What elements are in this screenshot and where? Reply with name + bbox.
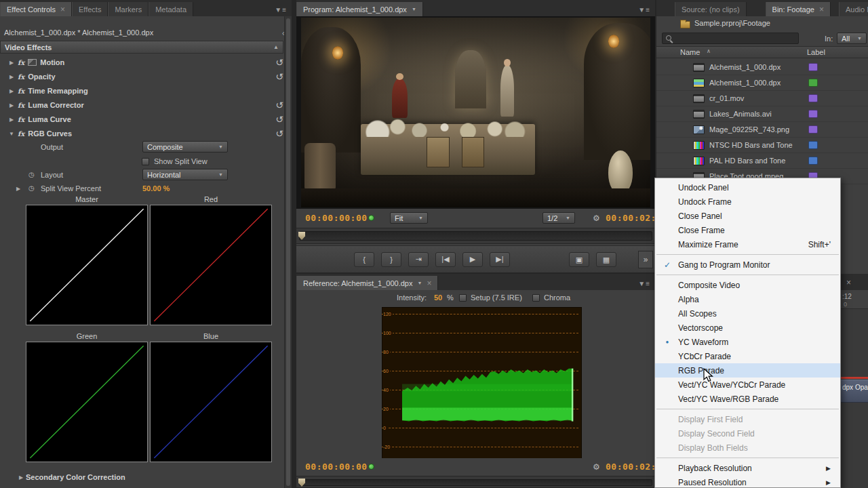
curve-graph-master[interactable] — [26, 205, 148, 325]
reset-icon[interactable]: ↺ — [275, 101, 283, 109]
label-color-chip[interactable] — [808, 110, 818, 118]
menu-item-close-panel[interactable]: Close Panel — [655, 209, 840, 223]
bin-item-row[interactable]: Lakes_Animals.avi — [656, 106, 868, 122]
chevron-down-icon[interactable]: ▼ — [417, 281, 422, 285]
menu-item-rgb-parade[interactable]: RGB Parade — [655, 363, 840, 378]
effect-row-luma-curve[interactable]: ▶ fx Luma Curve ↺ — [0, 113, 283, 126]
bin-item-row[interactable]: Alchemist_1_000.dpx — [656, 75, 868, 91]
label-color-chip[interactable] — [808, 125, 818, 134]
bin-item-name[interactable]: NTSC HD Bars and Tone — [709, 141, 793, 149]
menu-item-all-scopes[interactable]: All Scopes — [655, 306, 840, 321]
effect-row-rgb-curves[interactable]: ▼ fx RGB Curves ↺ — [0, 127, 283, 140]
scrubber-track[interactable] — [299, 231, 652, 241]
bin-item-name[interactable]: Alchemist_1_000.dpx — [709, 79, 781, 87]
menu-item-paused-resolution[interactable]: Paused Resolution ▶ — [655, 475, 840, 488]
label-color-chip[interactable] — [808, 94, 818, 102]
tab-program[interactable]: Program: Alchemist_1_000.dpx ▼ — [296, 2, 423, 16]
bin-item-row[interactable]: PAL HD Bars and Tone — [656, 153, 868, 169]
video-effects-header[interactable]: Video Effects ▲ — [0, 41, 283, 54]
close-icon[interactable]: × — [819, 6, 824, 13]
collapse-icon[interactable]: ▲ — [273, 44, 279, 50]
menu-item-composite-video[interactable]: Composite Video — [655, 278, 840, 292]
tab-source-monitor[interactable]: Source: (no clips) — [675, 2, 747, 16]
expander-icon[interactable]: ▶ — [16, 474, 26, 481]
stopwatch-icon[interactable]: ◷ — [28, 171, 35, 178]
search-input[interactable] — [662, 33, 799, 44]
menu-item-close-frame[interactable]: Close Frame — [655, 223, 840, 237]
settings-wrench-icon[interactable]: ⚙ — [593, 462, 600, 472]
expander-icon[interactable]: ▶ — [7, 117, 16, 123]
program-scrubber[interactable] — [296, 228, 655, 244]
play-in-to-out-button[interactable]: ⇥ — [408, 252, 429, 267]
label-color-chip[interactable] — [808, 157, 818, 165]
menu-item-playback-resolution[interactable]: Playback Resolution ▶ — [655, 461, 840, 475]
in-filter-dropdown[interactable]: All ▼ — [837, 33, 867, 44]
curve-graph-green[interactable] — [26, 342, 148, 462]
curve-graph-red[interactable] — [150, 205, 272, 325]
effect-controls-scrollbar[interactable] — [284, 16, 292, 488]
expander-icon[interactable]: ▶ — [7, 74, 16, 80]
more-buttons-chevron[interactable]: » — [638, 251, 653, 268]
bin-item-name[interactable]: PAL HD Bars and Tone — [709, 157, 785, 165]
column-label[interactable]: Label — [807, 48, 825, 56]
reset-icon[interactable]: ↺ — [275, 129, 283, 138]
resolution-dropdown[interactable]: 1/2 ▼ — [542, 212, 575, 224]
step-back-button[interactable]: |◀ — [435, 252, 456, 267]
bin-item-row[interactable]: Mage_09225R_743.png — [656, 122, 868, 138]
breadcrumb[interactable]: Sample.prproj\Footage — [694, 19, 770, 27]
play-button[interactable]: ▶ — [462, 252, 483, 267]
show-split-view-checkbox[interactable] — [142, 158, 149, 165]
expander-icon[interactable]: ▼ — [7, 131, 16, 137]
label-color-chip[interactable] — [808, 141, 818, 149]
scrollbar-thumb[interactable] — [286, 18, 290, 486]
panel-menu-icon[interactable]: ▼≡ — [275, 6, 292, 16]
label-color-chip[interactable] — [808, 79, 818, 87]
stopwatch-icon[interactable]: ◷ — [28, 184, 35, 192]
menu-item-vectorscope[interactable]: Vectorscope — [655, 321, 840, 335]
mark-in-button[interactable]: { — [354, 252, 374, 267]
setup-checkbox[interactable] — [459, 294, 467, 302]
expander-icon[interactable]: ▶ — [16, 186, 20, 192]
bin-item-row[interactable]: NTSC HD Bars and Tone — [656, 138, 868, 153]
sort-ascending-icon[interactable]: ∧ — [707, 48, 711, 54]
chroma-checkbox[interactable] — [532, 294, 540, 302]
menu-item-vect-yc-wave-ycbcr-parade[interactable]: Vect/YC Wave/YCbCr Parade — [655, 378, 840, 392]
step-forward-button[interactable]: ▶| — [490, 252, 510, 267]
tab-reference[interactable]: Reference: Alchemist_1_000.dpx ▼ × — [296, 276, 438, 290]
column-name[interactable]: Name — [680, 48, 700, 56]
secondary-color-correction-row[interactable]: ▶ Secondary Color Correction — [0, 470, 283, 484]
curve-graph-blue[interactable] — [150, 342, 272, 462]
bin-item-row[interactable]: cr_01.mov — [656, 91, 868, 106]
menu-item-yc-waveform[interactable]: ● YC Waveform — [655, 335, 840, 349]
split-view-percent-value[interactable]: 50.00 % — [142, 184, 170, 192]
bin-item-name[interactable]: cr_01.mov — [709, 94, 744, 102]
scrubber-track[interactable] — [299, 479, 652, 486]
effect-row-luma-corrector[interactable]: ▶ fx Luma Corrector ↺ — [0, 98, 283, 112]
output-dropdown[interactable]: Composite ▼ — [142, 141, 228, 152]
panel-menu-icon[interactable]: ▼≡ — [638, 6, 655, 16]
panel-menu-icon[interactable]: ▼≡ — [638, 280, 655, 290]
menu-item-undock-frame[interactable]: Undock Frame — [655, 195, 840, 209]
tab-markers[interactable]: Markers — [108, 2, 149, 16]
tab-effects[interactable]: Effects — [72, 2, 108, 16]
bin-item-name[interactable]: Mage_09225R_743.png — [709, 125, 789, 134]
expander-icon[interactable]: ▶ — [7, 60, 16, 66]
menu-item-undock-panel[interactable]: Undock Panel — [655, 180, 840, 195]
mark-out-button[interactable]: } — [381, 252, 401, 267]
yc-waveform-scope[interactable]: 120 100 80 60 40 20 0 -20 — [382, 307, 582, 459]
menu-item-ycbcr-parade[interactable]: YCbCr Parade — [655, 349, 840, 363]
timeline-clip[interactable]: dpx Opa — [841, 380, 868, 403]
tab-metadata[interactable]: Metadata — [149, 2, 193, 16]
close-icon[interactable]: × — [846, 278, 851, 287]
chevron-down-icon[interactable]: ▼ — [412, 7, 416, 12]
menu-item-alpha[interactable]: Alpha — [655, 292, 840, 306]
tab-audio-mixer[interactable]: Audio Mi — [839, 2, 868, 16]
fit-dropdown[interactable]: Fit ▼ — [390, 212, 428, 224]
menu-item-vect-yc-wave-rgb-parade[interactable]: Vect/YC Wave/RGB Parade — [655, 392, 840, 406]
expander-icon[interactable]: ▶ — [7, 88, 16, 94]
bin-item-name[interactable]: Lakes_Animals.avi — [709, 110, 772, 118]
intensity-value[interactable]: 50 — [434, 293, 442, 302]
close-icon[interactable]: × — [60, 6, 65, 13]
bin-item-row[interactable]: Alchemist_1_000.dpx — [656, 60, 868, 75]
timeline-ruler[interactable]: :12 0 — [841, 290, 868, 309]
